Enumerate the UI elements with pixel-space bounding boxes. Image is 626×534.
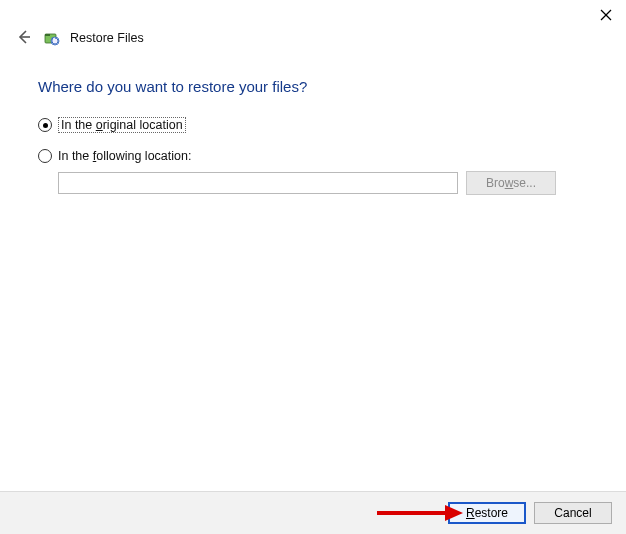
- browse-pre: Bro: [486, 176, 505, 190]
- close-icon: [600, 9, 612, 24]
- label-original-location[interactable]: In the original location: [58, 117, 186, 133]
- restore-files-icon: [44, 30, 60, 46]
- browse-post: se...: [513, 176, 536, 190]
- window-title: Restore Files: [70, 31, 144, 45]
- radio-original-location[interactable]: [38, 118, 52, 132]
- page-headline: Where do you want to restore your files?: [38, 78, 588, 95]
- label-following-post: ollowing location:: [96, 149, 191, 163]
- browse-button: Browse...: [466, 171, 556, 195]
- arrow-left-icon: [16, 29, 32, 48]
- restore-button[interactable]: Restore: [448, 502, 526, 524]
- svg-rect-4: [45, 34, 50, 36]
- label-original-post: riginal location: [103, 118, 183, 132]
- cancel-button[interactable]: Cancel: [534, 502, 612, 524]
- footer-bar: Restore Cancel: [0, 491, 626, 534]
- label-following-pre: In the: [58, 149, 93, 163]
- path-input[interactable]: [58, 172, 458, 194]
- label-following-location[interactable]: In the following location:: [58, 149, 191, 163]
- restore-key: R: [466, 506, 475, 520]
- radio-following-location[interactable]: [38, 149, 52, 163]
- label-original-pre: In the: [61, 118, 96, 132]
- back-button[interactable]: [14, 28, 34, 48]
- close-button[interactable]: [592, 4, 620, 28]
- label-original-key: o: [96, 118, 103, 132]
- restore-post: estore: [475, 506, 508, 520]
